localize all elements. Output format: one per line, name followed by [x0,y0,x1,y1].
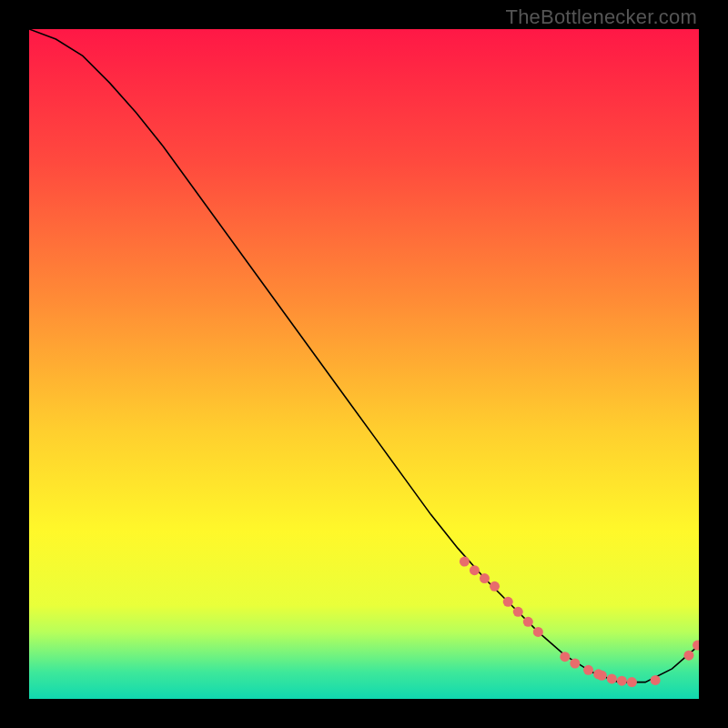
data-point [597,671,607,681]
data-point [480,573,490,583]
data-point [513,607,523,617]
data-point [570,658,580,668]
data-points [460,557,699,687]
data-point [533,627,543,637]
data-point [460,557,470,567]
data-point [607,673,617,683]
bottleneck-curve [29,29,699,682]
chart-container: TheBottlenecker.com [0,0,728,728]
data-point [523,617,533,627]
data-point [583,665,593,675]
data-point [651,675,661,685]
watermark-text: TheBottlenecker.com [506,5,697,29]
data-point [627,677,637,687]
data-point [470,565,480,575]
data-point [490,581,500,592]
data-point [693,641,699,651]
data-point [617,676,627,686]
curve-layer [29,29,699,699]
data-point [683,651,693,661]
data-point [503,597,513,607]
data-point [560,652,570,662]
plot-area [29,29,699,699]
